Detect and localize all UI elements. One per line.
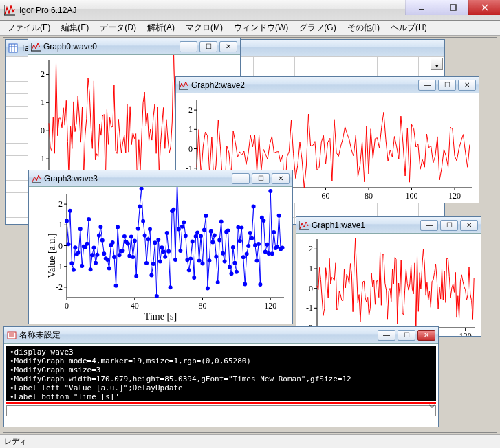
graph1-titlebar[interactable]: Graph1:wave1 — ☐ ✕ — [296, 217, 481, 234]
graph3-minimize-button[interactable]: — — [232, 173, 250, 184]
graph1-maximize-button[interactable]: ☐ — [440, 220, 458, 231]
minimize-button[interactable] — [405, 0, 437, 15]
svg-text:0: 0 — [58, 241, 63, 251]
svg-point-145 — [172, 208, 176, 212]
svg-point-107 — [107, 267, 111, 271]
menubar: ファイル(F) 編集(E) データ(D) 解析(A) マクロ(M) ウィンドウ(… — [0, 21, 500, 36]
svg-point-101 — [97, 234, 101, 238]
menu-macro[interactable]: マクロ(M) — [182, 21, 227, 35]
svg-point-179 — [230, 271, 234, 276]
main-titlebar: Igor Pro 6.12AJ — [0, 0, 500, 21]
graph3-maximize-button[interactable]: ☐ — [252, 173, 270, 184]
svg-point-160 — [197, 258, 202, 262]
command-titlebar[interactable]: 名称未設定 — ☐ ✕ — [4, 327, 438, 344]
menu-edit[interactable]: 編集(E) — [57, 21, 93, 35]
svg-point-124 — [136, 227, 140, 231]
svg-point-156 — [191, 239, 195, 243]
menu-data[interactable]: データ(D) — [96, 21, 140, 35]
menu-help[interactable]: ヘルプ(H) — [387, 21, 431, 35]
svg-text:120: 120 — [264, 301, 276, 311]
svg-point-172 — [217, 238, 221, 243]
graph3-window[interactable]: Graph3:wave3 — ☐ ✕ Value [a.u.] Time [s]… — [28, 170, 293, 324]
svg-text:-1: -1 — [38, 154, 45, 164]
command-window[interactable]: 名称未設定 — ☐ ✕ •display wave3 •ModifyGraph … — [3, 326, 439, 427]
svg-point-111 — [114, 284, 118, 288]
svg-point-125 — [138, 205, 142, 209]
menu-graph[interactable]: グラフ(G) — [295, 21, 340, 35]
menu-analysis[interactable]: 解析(A) — [143, 21, 179, 35]
svg-point-157 — [192, 276, 196, 280]
svg-text:1: 1 — [58, 220, 63, 229]
svg-text:-1: -1 — [306, 303, 313, 313]
scroll-down-icon[interactable] — [428, 402, 436, 410]
svg-point-200 — [265, 243, 269, 247]
svg-point-95 — [87, 217, 91, 221]
svg-point-89 — [76, 250, 80, 254]
command-input[interactable] — [6, 405, 436, 416]
graph2-maximize-button[interactable]: ☐ — [438, 80, 456, 91]
svg-point-178 — [228, 265, 232, 269]
graph2-close-button[interactable]: ✕ — [458, 80, 476, 91]
graph0-maximize-button[interactable]: ☐ — [199, 41, 217, 52]
svg-point-174 — [221, 251, 225, 256]
svg-point-177 — [226, 229, 230, 233]
command-history[interactable]: •display wave3 •ModifyGraph mode=4,marke… — [6, 346, 436, 401]
svg-point-143 — [169, 285, 173, 289]
graph1-close-button[interactable]: ✕ — [460, 220, 478, 231]
svg-point-85 — [69, 261, 74, 265]
svg-text:100: 100 — [406, 191, 418, 201]
svg-point-146 — [173, 258, 177, 262]
svg-text:0: 0 — [188, 144, 193, 154]
svg-point-195 — [257, 242, 261, 246]
svg-text:120: 120 — [459, 331, 472, 336]
maximize-button[interactable] — [437, 0, 468, 15]
graph0-minimize-button[interactable]: — — [180, 41, 197, 52]
graph3-titlebar[interactable]: Graph3:wave3 — ☐ ✕ — [29, 170, 292, 187]
graph3-close-button[interactable]: ✕ — [272, 173, 290, 184]
svg-point-189 — [246, 244, 250, 248]
menu-misc[interactable]: その他(I) — [343, 21, 384, 35]
svg-point-129 — [144, 261, 149, 265]
svg-point-141 — [165, 231, 169, 235]
table-dropdown[interactable]: ▾ — [431, 58, 443, 70]
svg-point-159 — [195, 230, 199, 234]
svg-point-140 — [163, 255, 167, 259]
svg-point-121 — [131, 255, 135, 259]
graph1-window[interactable]: Graph1:wave1 — ☐ ✕ -2-1012120 — [296, 216, 481, 337]
svg-point-91 — [80, 264, 84, 268]
command-close-button[interactable]: ✕ — [417, 330, 435, 341]
svg-point-181 — [232, 261, 237, 265]
svg-point-110 — [112, 255, 116, 259]
close-button[interactable] — [468, 0, 500, 15]
svg-rect-3 — [450, 5, 456, 10]
graph1-plot: -2-1012120 — [296, 234, 481, 336]
menu-file[interactable]: ファイル(F) — [3, 21, 54, 35]
svg-point-133 — [151, 262, 155, 266]
svg-point-209 — [281, 245, 285, 249]
graph3-title: Graph3:wave3 — [44, 174, 98, 183]
svg-point-112 — [116, 225, 120, 229]
svg-text:1: 1 — [41, 98, 45, 107]
graph-icon — [32, 174, 41, 183]
svg-text:0: 0 — [41, 126, 45, 135]
svg-point-166 — [207, 258, 211, 262]
svg-text:2: 2 — [188, 105, 193, 115]
command-maximize-button[interactable]: ☐ — [398, 330, 415, 341]
graph0-titlebar[interactable]: Graph0:wave0 — ☐ ✕ — [28, 38, 240, 55]
graph1-minimize-button[interactable]: — — [420, 220, 438, 231]
menu-window[interactable]: ウィンドウ(W) — [230, 21, 292, 35]
svg-point-158 — [194, 234, 198, 238]
command-minimize-button[interactable]: — — [378, 330, 395, 341]
app-title: Igor Pro 6.12AJ — [19, 5, 76, 15]
svg-text:1: 1 — [188, 124, 193, 134]
graph0-title: Graph0:wave0 — [43, 42, 97, 52]
svg-point-150 — [180, 225, 184, 229]
svg-point-139 — [162, 249, 166, 254]
graph0-close-button[interactable]: ✕ — [219, 41, 237, 52]
graph2-minimize-button[interactable]: — — [418, 80, 436, 91]
graph2-titlebar[interactable]: Graph2:wave2 — ☐ ✕ — [176, 77, 479, 93]
svg-text:2: 2 — [58, 199, 63, 209]
svg-point-198 — [261, 219, 265, 223]
command-title: 名称未設定 — [19, 329, 61, 341]
graph2-title: Graph2:wave2 — [191, 80, 245, 90]
